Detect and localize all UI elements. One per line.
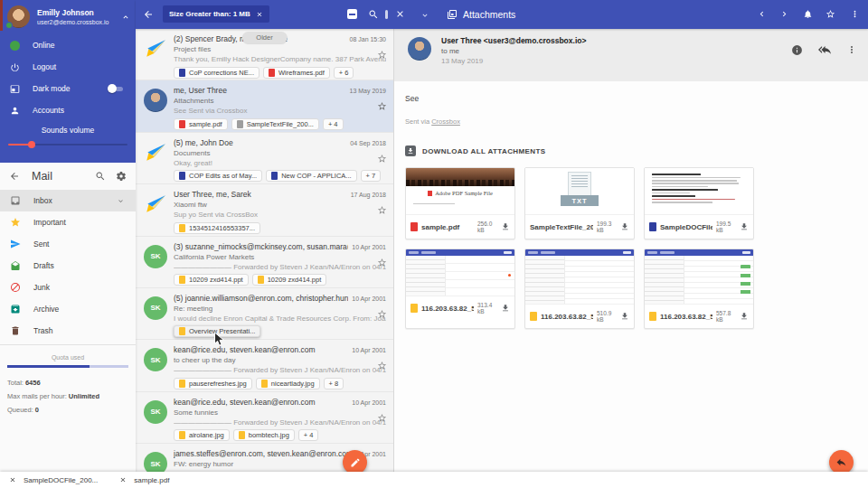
trash-label: Trash (33, 326, 52, 335)
more-menu-icon[interactable] (846, 44, 857, 55)
slider-knob[interactable] (28, 141, 35, 148)
more-attachments-chip[interactable]: + 7 (361, 170, 382, 182)
file-icon (410, 304, 418, 313)
paper-plane-avatar (144, 192, 167, 216)
chevron-right-icon[interactable] (779, 9, 789, 19)
gear-icon[interactable] (116, 171, 127, 182)
download-icon[interactable] (501, 222, 510, 231)
email-list-item-selected[interactable]: me, User Three13 May 2019 Attachments Se… (136, 80, 393, 132)
search-icon[interactable] (95, 171, 106, 182)
attachment-chip[interactable]: bombtech.jpg (233, 429, 295, 441)
close-icon[interactable] (395, 9, 405, 19)
attachment-chip[interactable]: sample.pdf (174, 118, 228, 130)
dark-mode-toggle[interactable] (108, 85, 125, 93)
download-icon[interactable] (620, 222, 629, 231)
close-icon[interactable] (119, 476, 127, 483)
more-attachments-chip[interactable]: + 4 (298, 429, 319, 441)
attachment-card[interactable]: 116.203.63.82_5... 557.8kB (644, 249, 754, 329)
sidebar-item-important[interactable]: Important (0, 211, 136, 233)
star-outline-icon[interactable] (377, 205, 387, 215)
attachment-chip[interactable]: SampleTextFile_200... (231, 118, 319, 130)
paper-plane-avatar (144, 141, 167, 164)
more-attachments-chip[interactable]: + 4 (323, 118, 344, 130)
chevron-left-icon[interactable] (757, 9, 767, 19)
info-icon[interactable] (791, 44, 803, 56)
sidebar-item-drafts[interactable]: Drafts (0, 255, 136, 277)
filter-handle-icon[interactable] (385, 10, 388, 19)
more-menu-icon[interactable] (850, 9, 860, 19)
bell-icon[interactable] (803, 9, 813, 19)
download-icon[interactable] (740, 312, 749, 321)
download-icon[interactable] (740, 222, 749, 231)
star-outline-icon[interactable] (377, 101, 387, 111)
account-row[interactable]: Emilly Johnson user2@demo.crossbox.io (0, 0, 136, 34)
attachment-card[interactable]: 116.203.63.82_5... 510.9kB (524, 249, 635, 329)
sidebar-item-logout[interactable]: Logout (0, 56, 136, 78)
sidebar-item-trash[interactable]: Trash (0, 320, 136, 342)
attachment-chip[interactable]: pauserefreshes.jpg (174, 378, 252, 389)
star-outline-icon[interactable] (377, 50, 387, 60)
remove-filter-icon[interactable] (256, 11, 263, 18)
attachment-chip[interactable]: CoP corrections NE... (174, 67, 259, 79)
star-outline-icon[interactable] (377, 361, 387, 371)
attachment-chip[interactable]: 10209 zxd414.ppt (252, 274, 327, 286)
attachment-card[interactable]: TXT SampleTextFile_20... 199.3kB (524, 167, 635, 239)
pdf-icon (269, 69, 275, 77)
close-icon[interactable] (9, 476, 16, 483)
expand-chevron-icon[interactable] (420, 11, 429, 20)
sidebar-item-sent[interactable]: Sent (0, 233, 136, 255)
attachment-chip[interactable]: COP Edits as of May... (174, 170, 262, 182)
reply-fab[interactable] (829, 450, 854, 474)
attachment-chip[interactable]: 1534512416553357... (174, 222, 260, 234)
file-tab[interactable]: sample.pdf (119, 476, 169, 484)
chevron-down-icon[interactable] (117, 197, 125, 205)
sidebar-item-accounts[interactable]: Accounts (0, 99, 136, 121)
download-icon[interactable] (501, 304, 510, 313)
sidebar-item-online[interactable]: Online (0, 34, 136, 56)
attachment-card[interactable]: Adobe PDF Sample File sample.pdf 256.0kB (405, 167, 515, 239)
compose-fab[interactable] (343, 450, 367, 472)
attachment-size: 557.8kB (716, 310, 736, 324)
logout-label: Logout (33, 62, 56, 71)
email-list-item[interactable]: (5) me, John Doe04 Sep 2018 Documents Ok… (136, 133, 393, 184)
reply-all-icon[interactable] (818, 43, 831, 56)
star-outline-icon[interactable] (377, 309, 387, 319)
person-icon (8, 106, 22, 116)
select-all-checkbox-icon[interactable] (347, 9, 357, 19)
sidebar-item-dark-mode[interactable]: Dark mode (0, 78, 136, 99)
email-snippet: Sup yo Sent via CrossBox (174, 211, 386, 219)
sidebar-item-archive[interactable]: Archive (0, 298, 136, 320)
search-icon[interactable] (368, 9, 379, 20)
attachment-chip[interactable]: New COP - APPLICA... (266, 170, 356, 182)
attachment-card[interactable]: 116.203.63.82_5... 313.4kB (405, 249, 515, 329)
sidebar-item-inbox[interactable]: Inbox (0, 190, 136, 211)
filter-chip[interactable]: Size Greater than: 1 MB (163, 5, 269, 23)
more-attachments-chip[interactable]: + 8 (324, 378, 344, 389)
chevron-up-icon[interactable] (121, 13, 130, 22)
download-all-button[interactable]: DOWNLOAD ALL ATTACHMENTS (405, 145, 857, 156)
attachment-chip[interactable]: 10209 zxd414.ppt (174, 274, 249, 286)
crossbox-link[interactable]: Crossbox (431, 117, 460, 126)
email-list-item[interactable]: SK (3) suzanne_nimocks@mckinsey.com, sus… (136, 237, 393, 288)
attachment-card[interactable]: SampleDOCFile_... 199.5kB (644, 167, 754, 239)
email-list-item[interactable]: SK (5) joannie.williamson@enron.com, chr… (136, 288, 393, 340)
older-pill[interactable]: Older (241, 32, 287, 43)
sidebar-item-junk[interactable]: Junk (0, 277, 136, 298)
back-arrow-icon[interactable] (143, 9, 154, 20)
star-outline-icon[interactable] (377, 413, 387, 423)
star-icon[interactable] (826, 9, 835, 19)
star-outline-icon[interactable] (377, 154, 387, 164)
email-list-item[interactable]: User Three, me, Sarek17 Aug 2018 Xiaomi … (136, 184, 393, 236)
star-outline-icon[interactable] (377, 258, 387, 267)
attachment-chip[interactable]: airolane.jpg (174, 429, 230, 441)
attachment-chip[interactable]: Wireframes.pdf (263, 67, 330, 79)
more-attachments-chip[interactable]: + 6 (334, 67, 354, 79)
email-list-item[interactable]: SK kean@rice.edu, steven.kean@enron.com1… (136, 392, 393, 444)
email-list-item[interactable]: SK kean@rice.edu, steven.kean@enron.com1… (136, 340, 393, 391)
sounds-volume-slider[interactable] (8, 144, 127, 145)
download-icon[interactable] (620, 312, 629, 321)
txt-badge: TXT (561, 195, 599, 206)
back-icon[interactable] (9, 171, 20, 182)
file-tab[interactable]: SampleDOCFile_200... (9, 476, 98, 484)
attachment-chip[interactable]: niceartlady.jpg (256, 378, 320, 389)
